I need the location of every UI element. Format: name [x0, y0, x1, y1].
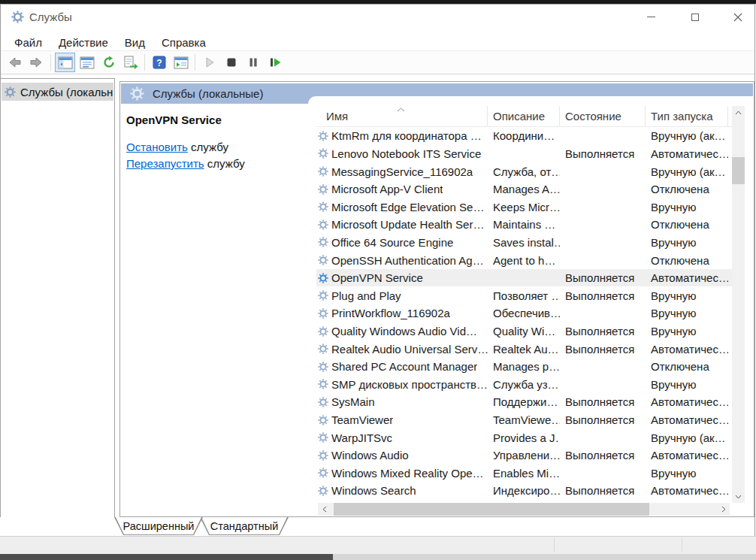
restart-service-line: Перезапустить службу — [126, 156, 305, 172]
service-status-cell: Выполняется — [560, 271, 646, 284]
show-console-tree-button[interactable] — [55, 53, 75, 72]
service-row[interactable]: WarpJITSvc Provides a J… Вручную (ак… — [316, 428, 732, 446]
service-row[interactable]: Lenovo Notebook ITS Service Выполняется … — [316, 145, 732, 163]
service-row[interactable]: Windows Mixed Reality Ope… Enables Mi… В… — [316, 465, 732, 483]
service-description-cell: Индексиро… — [488, 484, 560, 497]
refresh-button[interactable] — [98, 53, 119, 72]
show-action-pane-button[interactable] — [171, 53, 191, 72]
service-startup-type-cell: Автоматичес… — [646, 484, 728, 497]
pause-service-button[interactable] — [243, 53, 263, 72]
scrollbar-thumb[interactable] — [334, 503, 649, 516]
service-gear-icon — [318, 344, 328, 354]
status-divider — [554, 538, 555, 552]
service-row[interactable]: SysMain Поддержи… Выполняется Автоматиче… — [316, 393, 732, 411]
service-name-cell: OpenVPN Service — [316, 271, 488, 284]
minimize-button[interactable] — [634, 6, 668, 28]
service-description-cell: Служба уз… — [488, 378, 560, 391]
service-gear-icon — [318, 184, 328, 195]
restart-service-suffix: службу — [204, 157, 245, 170]
services-banner-icon — [130, 86, 144, 101]
service-description-cell: Manages A… — [488, 183, 560, 195]
menu-file[interactable]: Файл — [6, 34, 50, 51]
service-name-cell: Quality Windows Audio Vid… — [316, 325, 488, 338]
help-button[interactable]: ? — [149, 53, 169, 72]
service-row[interactable]: Microsoft Edge Elevation Se… Keeps Micr…… — [316, 198, 732, 216]
services-list: KtmRm для координатора … Координи… Вручн… — [316, 127, 732, 500]
restart-service-link[interactable]: Перезапустить — [126, 157, 204, 170]
start-service-button[interactable] — [199, 53, 219, 72]
service-row[interactable]: OpenSSH Authentication Ag… Agent to h… О… — [316, 251, 732, 269]
service-row[interactable]: KtmRm для координатора … Координи… Вручн… — [316, 127, 732, 145]
service-gear-icon — [318, 415, 328, 425]
service-row[interactable]: Plug and Play Позволяет … Выполняется Вр… — [316, 286, 732, 304]
scroll-right-icon[interactable] — [717, 503, 730, 516]
scroll-left-icon[interactable] — [318, 503, 331, 516]
service-gear-icon — [318, 131, 328, 141]
close-button[interactable] — [721, 6, 755, 28]
service-startup-type-cell: Автоматичес… — [646, 271, 728, 284]
service-row[interactable]: Microsoft App-V Client Manages A… Отключ… — [316, 180, 732, 198]
service-row[interactable]: Microsoft Update Health Ser… Maintains …… — [316, 216, 732, 234]
export-list-button[interactable] — [120, 53, 141, 72]
scrollbar-thumb[interactable] — [732, 157, 745, 184]
column-header-status[interactable]: Состояние — [560, 106, 646, 127]
service-row[interactable]: SMP дисковых пространств… Служба уз… Вру… — [316, 376, 732, 394]
column-header-description[interactable]: Описание — [488, 106, 560, 127]
scroll-up-icon[interactable] — [732, 106, 745, 119]
service-row[interactable]: Office 64 Source Engine Saves instal… Вр… — [316, 234, 732, 252]
service-startup-type-cell: Вручную — [646, 307, 728, 319]
status-bar — [0, 536, 756, 554]
restart-service-button[interactable] — [265, 53, 285, 72]
column-header-startup-type[interactable]: Тип запуска — [646, 106, 728, 127]
service-row[interactable]: PrintWorkflow_116902a Обеспечив… Вручную — [316, 304, 732, 322]
properties-button[interactable] — [77, 53, 97, 72]
service-gear-icon — [318, 450, 328, 461]
back-button[interactable] — [5, 53, 25, 72]
stop-service-link[interactable]: Остановить — [126, 141, 188, 153]
forward-icon — [29, 56, 44, 69]
service-gear-icon — [318, 148, 328, 159]
service-name-cell: TeamViewer — [316, 413, 488, 426]
stop-service-button[interactable] — [221, 53, 241, 72]
service-startup-type-cell: Вручную (ак… — [646, 129, 728, 142]
service-status-cell: Выполняется — [560, 484, 646, 497]
service-row[interactable]: Shared PC Account Manager Manages p… Отк… — [316, 358, 732, 376]
service-row[interactable]: Realtek Audio Universal Serv… Realtek Au… — [316, 340, 732, 358]
service-startup-type-cell: Автоматичес… — [646, 449, 728, 462]
service-description-cell: Quality Wi… — [488, 325, 560, 338]
column-header-name[interactable]: Имя — [316, 106, 488, 127]
scroll-down-icon[interactable] — [732, 490, 745, 503]
service-status-cell: Выполняется — [560, 289, 646, 302]
service-name-cell: WarpJITSvc — [316, 431, 488, 444]
service-gear-icon — [318, 290, 328, 301]
service-name-cell: MessagingService_116902a — [316, 165, 488, 178]
menu-action[interactable]: Действие — [50, 34, 116, 51]
service-description-cell: Управлени… — [488, 449, 560, 462]
service-row[interactable]: OpenVPN Service Выполняется Автоматичес… — [316, 269, 732, 287]
tab-extended[interactable]: Расширенный — [114, 517, 203, 535]
service-gear-icon — [318, 326, 328, 337]
service-description-cell: Обеспечив… — [488, 307, 560, 319]
service-startup-type-cell: Автоматичес… — [646, 147, 728, 160]
service-gear-icon — [318, 362, 328, 372]
maximize-button[interactable] — [678, 6, 712, 28]
service-name-cell: Microsoft App-V Client — [316, 183, 488, 195]
service-status-cell: Выполняется — [560, 413, 646, 426]
tree-item-services-local[interactable]: Службы (локальн — [2, 83, 113, 101]
service-row[interactable]: Quality Windows Audio Vid… Quality Wi… В… — [316, 322, 732, 341]
list-horizontal-scrollbar[interactable] — [318, 503, 730, 516]
help-icon: ? — [153, 56, 166, 69]
service-row[interactable]: TeamViewer TeamViewe… Выполняется Автома… — [316, 411, 732, 429]
service-row[interactable]: MessagingService_116902a Служба, от… Вру… — [316, 162, 732, 180]
list-vertical-scrollbar[interactable] — [732, 106, 745, 503]
toolbar: ? — [1, 50, 754, 74]
menu-help[interactable]: Справка — [153, 34, 214, 51]
service-row[interactable]: Windows Audio Управлени… Выполняется Авт… — [316, 446, 732, 465]
service-row[interactable]: Windows Search Индексиро… Выполняется Ав… — [316, 482, 732, 500]
export-list-icon — [123, 56, 138, 69]
service-startup-type-cell: Отключена — [646, 183, 728, 195]
services-main-pane: Службы (локальные) OpenVPN Service Остан… — [119, 81, 754, 517]
menu-view[interactable]: Вид — [116, 34, 153, 51]
tab-standard[interactable]: Стандартный — [200, 517, 289, 535]
forward-button[interactable] — [26, 53, 47, 72]
